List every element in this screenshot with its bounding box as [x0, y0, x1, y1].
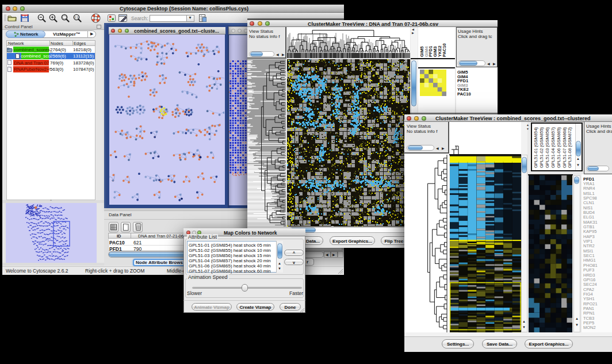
svg-text:GPL51-02 (GSM855): GPL51-02 (GSM855) — [539, 127, 544, 168]
svg-text:GPL51-04 (GSM857): GPL51-04 (GSM857) — [550, 127, 556, 168]
svg-text:GPL51-08 (GSM872): GPL51-08 (GSM872) — [567, 127, 572, 168]
svg-text:GPL51-03 (GSM856): GPL51-03 (GSM856) — [545, 127, 550, 168]
svg-text:GPL51-07 (GSM868): GPL51-07 (GSM868) — [562, 127, 567, 168]
svg-text:1:1: 1:1 — [75, 16, 79, 19]
svg-text:PAC10: PAC10 — [442, 43, 447, 57]
svg-text:GPL51-06 (GSM865): GPL51-06 (GSM865) — [556, 127, 561, 168]
svg-text:GPL51-01 (GSM854): GPL51-01 (GSM854) — [533, 127, 538, 168]
